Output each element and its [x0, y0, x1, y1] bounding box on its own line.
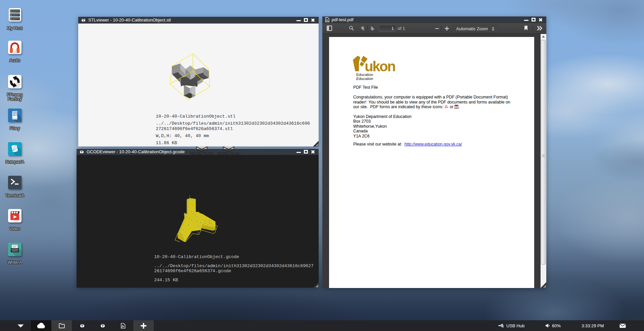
svg-text:ukon: ukon	[365, 58, 395, 72]
